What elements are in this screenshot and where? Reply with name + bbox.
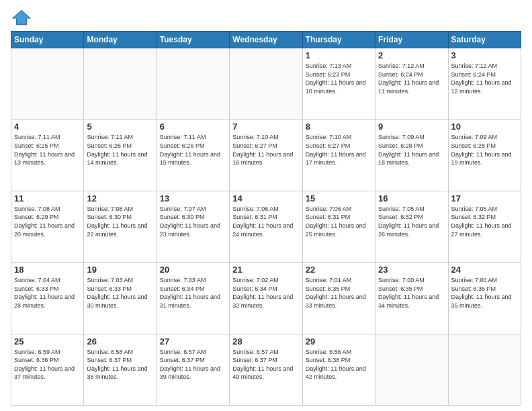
calendar-day-cell: 12Sunrise: 7:08 AM Sunset: 6:30 PM Dayli… <box>84 191 157 262</box>
day-number: 6 <box>160 122 226 132</box>
calendar-day-header: Monday <box>84 32 157 48</box>
header <box>11 8 521 27</box>
day-number: 18 <box>14 265 81 275</box>
calendar-day-cell <box>375 334 448 405</box>
calendar-day-cell: 23Sunrise: 7:00 AM Sunset: 6:35 PM Dayli… <box>375 263 448 334</box>
day-info: Sunrise: 7:12 AM Sunset: 6:24 PM Dayligh… <box>451 62 518 95</box>
calendar-day-cell: 25Sunrise: 6:59 AM Sunset: 6:36 PM Dayli… <box>11 334 84 405</box>
calendar-day-cell: 17Sunrise: 7:05 AM Sunset: 6:32 PM Dayli… <box>448 191 521 262</box>
calendar-day-cell <box>230 48 302 120</box>
day-info: Sunrise: 7:03 AM Sunset: 6:34 PM Dayligh… <box>160 276 226 310</box>
day-info: Sunrise: 7:07 AM Sunset: 6:30 PM Dayligh… <box>160 205 226 238</box>
calendar-day-cell <box>84 48 157 120</box>
day-number: 13 <box>160 193 226 203</box>
calendar-day-cell: 22Sunrise: 7:01 AM Sunset: 6:35 PM Dayli… <box>302 263 375 334</box>
day-info: Sunrise: 7:02 AM Sunset: 6:34 PM Dayligh… <box>232 276 299 310</box>
calendar-day-cell: 11Sunrise: 7:08 AM Sunset: 6:29 PM Dayli… <box>11 191 84 262</box>
day-info: Sunrise: 6:57 AM Sunset: 6:37 PM Dayligh… <box>232 348 299 381</box>
calendar-table: SundayMondayTuesdayWednesdayThursdayFrid… <box>11 31 521 406</box>
day-info: Sunrise: 7:11 AM Sunset: 6:25 PM Dayligh… <box>14 133 81 167</box>
day-number: 28 <box>232 336 299 347</box>
calendar-day-cell: 15Sunrise: 7:06 AM Sunset: 6:31 PM Dayli… <box>302 191 375 262</box>
day-info: Sunrise: 7:08 AM Sunset: 6:30 PM Dayligh… <box>87 205 153 238</box>
day-number: 2 <box>378 50 445 60</box>
calendar-week-row: 18Sunrise: 7:04 AM Sunset: 6:33 PM Dayli… <box>11 263 521 334</box>
calendar-day-cell: 28Sunrise: 6:57 AM Sunset: 6:37 PM Dayli… <box>230 334 302 405</box>
calendar-day-cell: 9Sunrise: 7:09 AM Sunset: 6:28 PM Daylig… <box>375 120 448 191</box>
day-info: Sunrise: 7:12 AM Sunset: 6:24 PM Dayligh… <box>378 62 445 95</box>
calendar-day-cell: 24Sunrise: 7:00 AM Sunset: 6:36 PM Dayli… <box>448 263 521 334</box>
day-number: 16 <box>378 193 445 203</box>
day-number: 17 <box>451 193 518 203</box>
day-info: Sunrise: 7:10 AM Sunset: 6:27 PM Dayligh… <box>306 133 372 167</box>
day-info: Sunrise: 6:58 AM Sunset: 6:37 PM Dayligh… <box>87 348 153 381</box>
day-number: 5 <box>87 122 153 132</box>
calendar-header-row: SundayMondayTuesdayWednesdayThursdayFrid… <box>11 32 521 48</box>
calendar-week-row: 11Sunrise: 7:08 AM Sunset: 6:29 PM Dayli… <box>11 191 521 262</box>
calendar-day-cell: 27Sunrise: 6:57 AM Sunset: 6:37 PM Dayli… <box>157 334 229 405</box>
svg-marker-1 <box>13 11 30 24</box>
page: SundayMondayTuesdayWednesdayThursdayFrid… <box>0 0 532 411</box>
calendar-day-cell: 8Sunrise: 7:10 AM Sunset: 6:27 PM Daylig… <box>302 120 375 191</box>
day-number: 22 <box>306 265 372 275</box>
day-info: Sunrise: 7:05 AM Sunset: 6:32 PM Dayligh… <box>451 205 518 238</box>
day-number: 14 <box>232 193 299 203</box>
calendar-week-row: 25Sunrise: 6:59 AM Sunset: 6:36 PM Dayli… <box>11 334 521 405</box>
calendar-day-cell: 13Sunrise: 7:07 AM Sunset: 6:30 PM Dayli… <box>157 191 229 262</box>
day-info: Sunrise: 7:10 AM Sunset: 6:27 PM Dayligh… <box>232 133 299 167</box>
calendar-week-row: 4Sunrise: 7:11 AM Sunset: 6:25 PM Daylig… <box>11 120 521 191</box>
day-info: Sunrise: 7:09 AM Sunset: 6:28 PM Dayligh… <box>451 133 518 167</box>
calendar-week-row: 1Sunrise: 7:13 AM Sunset: 6:23 PM Daylig… <box>11 48 521 120</box>
day-number: 25 <box>14 336 81 347</box>
calendar-day-cell: 14Sunrise: 7:06 AM Sunset: 6:31 PM Dayli… <box>230 191 302 262</box>
calendar-day-cell <box>448 334 521 405</box>
day-info: Sunrise: 7:03 AM Sunset: 6:33 PM Dayligh… <box>87 276 153 310</box>
calendar-day-header: Friday <box>375 32 448 48</box>
day-info: Sunrise: 7:08 AM Sunset: 6:29 PM Dayligh… <box>14 205 81 238</box>
day-number: 15 <box>306 193 372 203</box>
day-info: Sunrise: 7:09 AM Sunset: 6:28 PM Dayligh… <box>378 133 445 167</box>
calendar-day-cell: 18Sunrise: 7:04 AM Sunset: 6:33 PM Dayli… <box>11 263 84 334</box>
calendar-day-cell: 21Sunrise: 7:02 AM Sunset: 6:34 PM Dayli… <box>230 263 302 334</box>
calendar-day-cell <box>11 48 84 120</box>
day-number: 19 <box>87 265 153 275</box>
day-info: Sunrise: 6:57 AM Sunset: 6:37 PM Dayligh… <box>160 348 226 381</box>
logo-icon <box>11 8 32 27</box>
calendar-day-cell: 3Sunrise: 7:12 AM Sunset: 6:24 PM Daylig… <box>448 48 521 120</box>
calendar-day-cell: 16Sunrise: 7:05 AM Sunset: 6:32 PM Dayli… <box>375 191 448 262</box>
calendar-day-cell <box>157 48 229 120</box>
day-number: 11 <box>14 193 81 203</box>
day-info: Sunrise: 7:13 AM Sunset: 6:23 PM Dayligh… <box>306 62 372 95</box>
day-info: Sunrise: 7:00 AM Sunset: 6:35 PM Dayligh… <box>378 276 445 310</box>
day-info: Sunrise: 7:11 AM Sunset: 6:26 PM Dayligh… <box>87 133 153 167</box>
day-number: 21 <box>232 265 299 275</box>
calendar-day-cell: 2Sunrise: 7:12 AM Sunset: 6:24 PM Daylig… <box>375 48 448 120</box>
calendar-day-cell: 10Sunrise: 7:09 AM Sunset: 6:28 PM Dayli… <box>448 120 521 191</box>
day-info: Sunrise: 7:06 AM Sunset: 6:31 PM Dayligh… <box>306 205 372 238</box>
day-number: 20 <box>160 265 226 275</box>
day-info: Sunrise: 6:56 AM Sunset: 6:38 PM Dayligh… <box>306 348 372 381</box>
day-number: 7 <box>232 122 299 132</box>
logo <box>11 8 35 27</box>
day-number: 9 <box>378 122 445 132</box>
calendar-day-cell: 7Sunrise: 7:10 AM Sunset: 6:27 PM Daylig… <box>230 120 302 191</box>
day-info: Sunrise: 7:04 AM Sunset: 6:33 PM Dayligh… <box>14 276 81 310</box>
calendar-day-cell: 5Sunrise: 7:11 AM Sunset: 6:26 PM Daylig… <box>84 120 157 191</box>
day-number: 4 <box>14 122 81 132</box>
calendar-day-cell: 6Sunrise: 7:11 AM Sunset: 6:26 PM Daylig… <box>157 120 229 191</box>
day-number: 23 <box>378 265 445 275</box>
calendar-day-cell: 19Sunrise: 7:03 AM Sunset: 6:33 PM Dayli… <box>84 263 157 334</box>
calendar-day-cell: 4Sunrise: 7:11 AM Sunset: 6:25 PM Daylig… <box>11 120 84 191</box>
calendar-day-header: Tuesday <box>157 32 229 48</box>
day-info: Sunrise: 6:59 AM Sunset: 6:36 PM Dayligh… <box>14 348 81 381</box>
calendar-day-cell: 26Sunrise: 6:58 AM Sunset: 6:37 PM Dayli… <box>84 334 157 405</box>
calendar-day-cell: 1Sunrise: 7:13 AM Sunset: 6:23 PM Daylig… <box>302 48 375 120</box>
day-number: 29 <box>306 336 372 347</box>
calendar-day-cell: 29Sunrise: 6:56 AM Sunset: 6:38 PM Dayli… <box>302 334 375 405</box>
day-number: 24 <box>451 265 518 275</box>
day-info: Sunrise: 7:01 AM Sunset: 6:35 PM Dayligh… <box>306 276 372 310</box>
calendar-day-cell: 20Sunrise: 7:03 AM Sunset: 6:34 PM Dayli… <box>157 263 229 334</box>
day-number: 12 <box>87 193 153 203</box>
calendar-day-header: Thursday <box>302 32 375 48</box>
day-number: 3 <box>451 50 518 60</box>
